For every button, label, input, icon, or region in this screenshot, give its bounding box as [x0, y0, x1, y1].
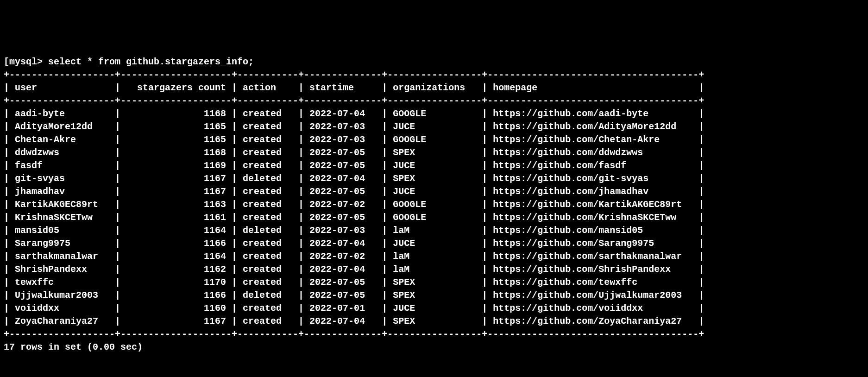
sql-query: select * from github.stargazers_info; [48, 57, 254, 67]
table-border-mid: +-------------------+-------------------… [4, 95, 704, 106]
terminal-output: [mysql> select * from github.stargazers_… [4, 56, 864, 354]
mysql-prompt: [mysql> [4, 57, 48, 67]
table-header-row: | user | stargazers_count | action | sta… [4, 82, 704, 93]
table-border-bottom: +-------------------+-------------------… [4, 329, 704, 339]
table-border-top: +-------------------+-------------------… [4, 69, 704, 80]
result-footer: 17 rows in set (0.00 sec) [4, 342, 143, 352]
prompt-line: [mysql> select * from github.stargazers_… [4, 57, 254, 67]
table-body: | aadi-byte | 1168 | created | 2022-07-0… [4, 108, 704, 327]
